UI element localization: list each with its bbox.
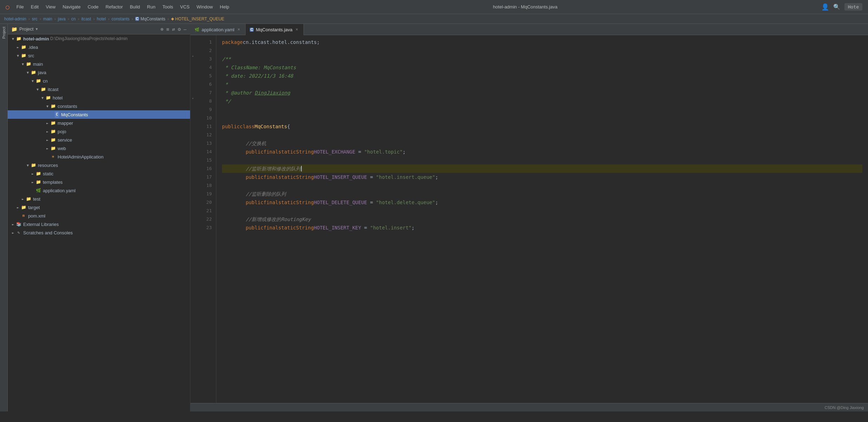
tab-MqConstants_java[interactable]: CMqConstants.java× (246, 24, 304, 35)
tree-collapse-icon[interactable]: ≡ (166, 26, 169, 32)
tree-arrow (15, 214, 20, 218)
tab-application_yaml[interactable]: 🌿application.yaml× (190, 24, 246, 35)
tree-item-ext_libs[interactable]: ► 📚 External Libraries (8, 220, 190, 228)
menu-edit[interactable]: Edit (31, 4, 39, 9)
breadcrumb-constants[interactable]: constants (111, 17, 129, 21)
breadcrumb-sep-1: › (28, 17, 30, 21)
hote-button[interactable]: Hote (844, 3, 862, 11)
tree-item-cn[interactable]: ▼ 📁 cn (8, 77, 190, 85)
code-line-19[interactable]: //监听删除的队列 (222, 190, 862, 198)
breadcrumb-cn[interactable]: cn (71, 17, 76, 21)
tree-locate-icon[interactable]: ⊕ (161, 26, 163, 32)
fold-btn-12 (190, 128, 195, 136)
tree-item-constants[interactable]: ▼ 📁 constants (8, 102, 190, 110)
code-content[interactable]: package cn.itcast.hotel.constants; /** *… (216, 35, 868, 403)
menu-build[interactable]: Build (130, 4, 140, 9)
code-line-13[interactable]: //交换机 (222, 139, 862, 148)
tree-item-idea[interactable]: ► 📁 .idea (8, 43, 190, 51)
tree-item-application_yaml[interactable]: 🌿 application.yaml (8, 186, 190, 195)
code-line-22[interactable]: //新增或修改的RoutingKey (222, 215, 862, 223)
tree-item-target[interactable]: ► 📁 target (8, 203, 190, 212)
project-strip: Project (0, 24, 8, 411)
fold-btn-23 (190, 221, 195, 229)
tree-item-mapper[interactable]: ► 📁 mapper (8, 119, 190, 127)
breadcrumb-file[interactable]: MqConstants (141, 17, 165, 21)
tree-arrow (45, 155, 50, 159)
code-line-4[interactable]: * ClassName: MqConstants (222, 63, 862, 72)
code-line-21[interactable] (222, 207, 862, 215)
breadcrumb-project[interactable]: hotel-admin (4, 17, 26, 21)
tree-item-templates[interactable]: ► 📁 templates (8, 178, 190, 186)
tree-item-web[interactable]: ► 📁 web (8, 144, 190, 152)
tree-item-test[interactable]: ► 📁 test (8, 195, 190, 203)
code-line-5[interactable]: * date: 2022/11/3 16:48 (222, 72, 862, 80)
tree-arrow: ► (45, 147, 50, 150)
tree-item-pojo[interactable]: ► 📁 pojo (8, 127, 190, 136)
tree-dropdown-icon[interactable]: ▼ (35, 27, 38, 31)
tree-item-resources[interactable]: ▼ 📁 resources (8, 161, 190, 169)
tree-settings-icon[interactable]: ⚙ (178, 26, 181, 32)
tree-header-left: 📁 Project ▼ (11, 26, 38, 32)
code-line-16[interactable]: //监听新增和修改的队列 (222, 164, 862, 173)
menu-tools[interactable]: Tools (162, 4, 173, 9)
tree-item-scratches[interactable]: ► ✎ Scratches and Consoles (8, 228, 190, 237)
code-line-7[interactable]: * @author DingJiaxiong (222, 89, 862, 97)
tab-close[interactable]: × (295, 27, 299, 32)
tree-arrow: ▼ (25, 163, 30, 167)
tree-root[interactable]: ▼ 📁 hotel-admin D:\DingJiaxiong\IdeaProj… (8, 34, 190, 43)
tree-item-hotel[interactable]: ▼ 📁 hotel (8, 93, 190, 102)
tab-yaml-icon: 🌿 (195, 27, 200, 32)
tree-close-icon[interactable]: — (184, 26, 187, 32)
tab-close[interactable]: × (236, 27, 241, 32)
code-line-1[interactable]: package cn.itcast.hotel.constants; (222, 38, 862, 46)
code-line-10[interactable] (222, 114, 862, 122)
menu-vcs[interactable]: VCS (180, 4, 190, 9)
code-line-6[interactable]: * (222, 80, 862, 89)
tree-item-java[interactable]: ▼ 📁 java (8, 68, 190, 77)
breadcrumb-main[interactable]: main (43, 17, 52, 21)
search-icon[interactable]: 🔍 (833, 4, 840, 10)
menu-run[interactable]: Run (147, 4, 156, 9)
breadcrumb-constant[interactable]: HOTEL_INSERT_QUEUE (175, 17, 224, 21)
breadcrumb-hotel[interactable]: hotel (97, 17, 106, 21)
line-numbers: 1234567891011121314151617181920212223 (195, 35, 216, 403)
main-layout: Project 📁 Project ▼ ⊕ ≡ ⇄ ⚙ — ▼ 📁 hotel-… (0, 24, 868, 411)
menu-help[interactable]: Help (220, 4, 229, 9)
code-line-20[interactable]: public final static String HOTEL_DELETE_… (222, 198, 862, 207)
fold-btn-3[interactable]: ▾ (190, 52, 195, 60)
code-line-23[interactable]: public final static String HOTEL_INSERT_… (222, 223, 862, 232)
menu-window[interactable]: Window (197, 4, 213, 9)
breadcrumb-itcast[interactable]: itcast (81, 17, 91, 21)
code-line-17[interactable]: public final static String HOTEL_INSERT_… (222, 173, 862, 181)
menu-navigate[interactable]: Navigate (63, 4, 80, 9)
code-line-8[interactable]: */ (222, 97, 862, 105)
tree-item-static[interactable]: ► 📁 static (8, 169, 190, 178)
breadcrumb-sep-3: › (54, 17, 56, 21)
code-line-9[interactable] (222, 105, 862, 114)
tree-item-main[interactable]: ▼ 📁 main (8, 60, 190, 68)
breadcrumb-src[interactable]: src (32, 17, 38, 21)
tree-item-service[interactable]: ► 📁 service (8, 136, 190, 144)
tree-item-MqConstants[interactable]: C MqConstants (8, 110, 190, 119)
code-line-2[interactable] (222, 46, 862, 55)
fold-btn-14 (190, 145, 195, 153)
tree-item-src[interactable]: ▼ 📁 src (8, 51, 190, 60)
tree-item-HotelAdminApplication[interactable]: ☀ HotelAdminApplication (8, 152, 190, 161)
user-icon[interactable]: 👤 (821, 3, 829, 11)
project-strip-label[interactable]: Project (2, 27, 6, 39)
fold-btn-8[interactable]: ▾ (190, 94, 195, 103)
menu-view[interactable]: View (46, 4, 56, 9)
menu-code[interactable]: Code (87, 4, 98, 9)
code-line-18[interactable] (222, 181, 862, 190)
menu-refactor[interactable]: Refactor (106, 4, 123, 9)
tree-item-itcast[interactable]: ▼ 📁 itcast (8, 85, 190, 93)
code-line-11[interactable]: public class MqConstants { (222, 122, 862, 131)
menu-file[interactable]: File (17, 4, 24, 9)
code-line-14[interactable]: public final static String HOTEL_EXCHANG… (222, 148, 862, 156)
code-line-12[interactable] (222, 131, 862, 139)
tree-expand-icon[interactable]: ⇄ (172, 26, 175, 32)
code-line-3[interactable]: /** (222, 55, 862, 63)
breadcrumb-java[interactable]: java (58, 17, 66, 21)
tree-item-pom_xml[interactable]: m pom.xml (8, 212, 190, 220)
code-line-15[interactable] (222, 156, 862, 164)
